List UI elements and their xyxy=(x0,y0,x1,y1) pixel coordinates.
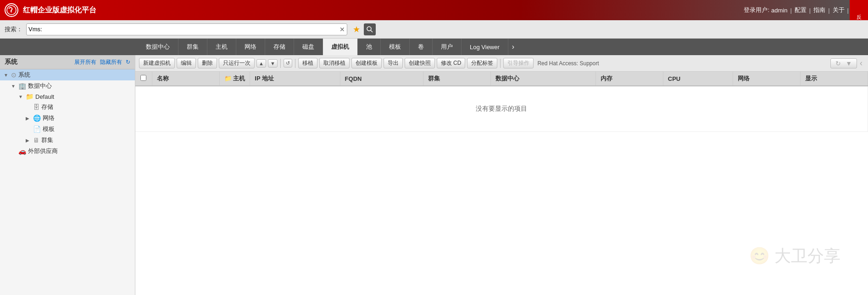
tab-pool[interactable]: 池 xyxy=(358,39,381,55)
tree-label-template: 模板 xyxy=(43,125,55,133)
edit-button[interactable]: 编辑 xyxy=(177,58,196,68)
user-label: 登录用户: xyxy=(744,6,769,14)
search-field[interactable]: ✕ xyxy=(26,23,347,35)
sep3: | xyxy=(828,7,829,14)
delete-button[interactable]: 删除 xyxy=(198,58,217,68)
tab-volume[interactable]: 卷 xyxy=(410,39,433,55)
tab-host[interactable]: 主机 xyxy=(207,39,236,55)
tree-item-external[interactable]: 🚗 外部供应商 xyxy=(0,146,135,157)
sidebar-controls: 展开所有 隐藏所有 ↻ xyxy=(74,58,130,66)
new-vm-button[interactable]: 新建虚拟机 xyxy=(139,58,175,68)
run-btn-extra[interactable]: ↺ xyxy=(284,59,292,68)
tab-next-arrow[interactable]: › xyxy=(508,39,518,55)
toolbar: 新建虚拟机 编辑 删除 只运行一次 ▲ ▼ ↺ 移植 取消移植 创建模板 导出 … xyxy=(135,55,868,72)
config-link[interactable]: 配置 xyxy=(795,6,807,14)
refresh-button[interactable]: ↻ ▼ xyxy=(830,58,857,68)
data-table: 名称 📁 主机 IP 地址 FQDN 群集 数据中心 内存 CPU 网络 xyxy=(135,72,868,295)
tab-user[interactable]: 用户 xyxy=(433,39,462,55)
network-icon: 🌐 xyxy=(33,114,41,122)
select-all-checkbox[interactable] xyxy=(140,75,146,81)
tree-label-cluster: 群集 xyxy=(41,136,53,144)
run-arrow-down[interactable]: ▼ xyxy=(268,59,278,68)
migrate-button[interactable]: 移植 xyxy=(298,58,317,68)
col-display[interactable]: 显示 xyxy=(800,72,868,86)
sidebar: 系统 展开所有 隐藏所有 ↻ ▼ ⊙ 系统 ▼ 🏢 xyxy=(0,55,135,295)
cluster-icon: 🖥 xyxy=(33,136,39,144)
search-clear-icon[interactable]: ✕ xyxy=(339,26,345,33)
col-memory[interactable]: 内存 xyxy=(595,72,663,86)
col-dc[interactable]: 数据中心 xyxy=(490,72,595,86)
assign-tag-button[interactable]: 分配标签 xyxy=(467,58,497,68)
expand-all-link[interactable]: 展开所有 xyxy=(74,58,96,66)
expand-system: ▼ xyxy=(4,73,9,78)
create-template-button[interactable]: 创建模板 xyxy=(351,58,382,68)
sep-run xyxy=(280,59,281,68)
tree-item-storage[interactable]: 🗄 存储 xyxy=(0,102,135,113)
refresh-dropdown[interactable]: ▼ xyxy=(844,60,854,67)
searchbar: 搜索： ✕ ★ xyxy=(0,20,868,39)
search-icon xyxy=(367,26,373,33)
col-cluster[interactable]: 群集 xyxy=(423,72,490,86)
tree-label-external: 外部供应商 xyxy=(28,147,58,155)
bookmark-icon[interactable]: ★ xyxy=(353,24,360,34)
tab-logviewer[interactable]: Log Viewer xyxy=(462,39,508,55)
back-arrow[interactable]: ‹ xyxy=(858,58,864,68)
content-area: 新建虚拟机 编辑 删除 只运行一次 ▲ ▼ ↺ 移植 取消移植 创建模板 导出 … xyxy=(135,55,868,295)
main-area: 系统 展开所有 隐藏所有 ↻ ▼ ⊙ 系统 ▼ 🏢 xyxy=(0,55,868,295)
empty-row: 没有要显示的项目 xyxy=(135,86,868,132)
hide-all-link[interactable]: 隐藏所有 xyxy=(100,58,122,66)
sep3 xyxy=(500,59,501,68)
tab-storage[interactable]: 存储 xyxy=(265,39,294,55)
run-arrow-up[interactable]: ▲ xyxy=(256,59,266,68)
search-input[interactable] xyxy=(28,26,338,33)
col-fqdn[interactable]: FQDN xyxy=(340,72,423,86)
corner-label: 反 xyxy=(850,0,868,20)
search-label: 搜索： xyxy=(5,25,22,34)
sep2: | xyxy=(809,7,811,14)
tab-network[interactable]: 网络 xyxy=(236,39,265,55)
tab-template[interactable]: 模板 xyxy=(381,39,410,55)
run-once-button[interactable]: 只运行一次 xyxy=(219,58,255,68)
header-user-area: 登录用户: admin | 配置 | 指南 | 关于 | 登出 xyxy=(744,6,863,14)
col-ip[interactable]: IP 地址 xyxy=(250,72,340,86)
search-button[interactable] xyxy=(364,23,376,35)
tree-label-dc: 数据中心 xyxy=(28,82,52,90)
about-link[interactable]: 关于 xyxy=(833,6,845,14)
guide-link[interactable]: 指南 xyxy=(813,6,825,14)
modify-cd-button[interactable]: 修改 CD xyxy=(437,58,466,68)
tab-datacenter[interactable]: 数据中心 xyxy=(138,39,178,55)
col-host[interactable]: 📁 主机 xyxy=(219,72,250,86)
nav-tabs: 数据中心 群集 主机 网络 存储 磁盘 虚拟机 池 模板 卷 用户 Log Vi… xyxy=(0,39,868,55)
guide-ops-button[interactable]: 引导操作 xyxy=(503,58,534,68)
expand-default: ▼ xyxy=(18,94,24,99)
tree-item-default[interactable]: ▼ 📁 Default xyxy=(0,91,135,102)
tree-item-datacenter[interactable]: ▼ 🏢 数据中心 xyxy=(0,80,135,91)
create-snapshot-button[interactable]: 创建快照 xyxy=(405,58,435,68)
export-button[interactable]: 导出 xyxy=(384,58,403,68)
sidebar-title: 系统 xyxy=(5,58,17,66)
sidebar-refresh-icon[interactable]: ↻ xyxy=(126,59,130,65)
col-check[interactable] xyxy=(135,72,152,86)
app-title: 红帽企业版虚拟化平台 xyxy=(23,6,96,15)
logo xyxy=(5,3,18,17)
system-icon: ⊙ xyxy=(11,71,17,79)
tab-vm[interactable]: 虚拟机 xyxy=(323,39,358,55)
tree-item-template[interactable]: 📄 模板 xyxy=(0,124,135,135)
support-label: Red Hat Access: Support xyxy=(537,60,599,67)
tab-disk[interactable]: 磁盘 xyxy=(294,39,323,55)
col-name[interactable]: 名称 xyxy=(152,72,219,86)
sep1: | xyxy=(790,7,791,14)
svg-line-2 xyxy=(371,30,373,32)
tab-cluster[interactable]: 群集 xyxy=(178,39,207,55)
tree-item-cluster[interactable]: ▶ 🖥 群集 xyxy=(0,135,135,146)
username: admin xyxy=(771,7,787,14)
cancel-migrate-button[interactable]: 取消移植 xyxy=(319,58,350,68)
dc-icon: 🏢 xyxy=(18,82,26,90)
col-network[interactable]: 网络 xyxy=(733,72,800,86)
tree-label-network: 网络 xyxy=(43,114,55,122)
tree-label-system: 系统 xyxy=(18,71,30,79)
tree-item-system[interactable]: ▼ ⊙ 系统 xyxy=(0,69,135,80)
tree-item-network[interactable]: ▶ 🌐 网络 xyxy=(0,113,135,124)
default-icon: 📁 xyxy=(26,93,33,100)
col-cpu[interactable]: CPU xyxy=(663,72,733,86)
